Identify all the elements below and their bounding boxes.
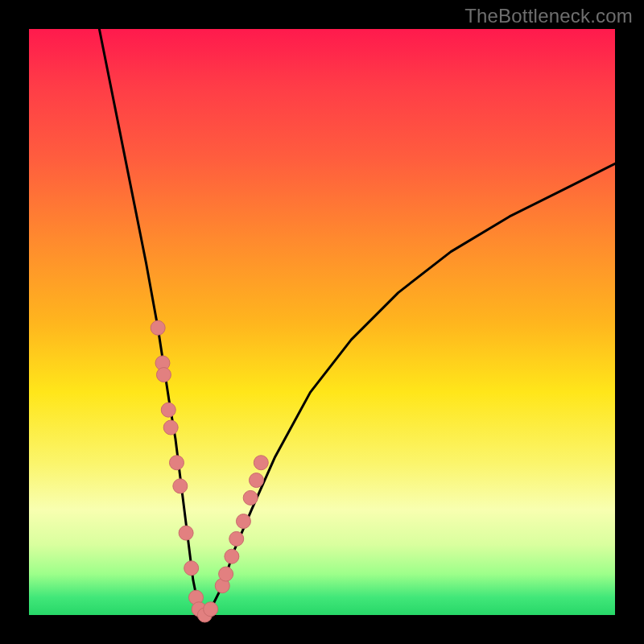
marker-point <box>169 456 184 470</box>
marker-point <box>161 402 175 417</box>
marker-point <box>151 320 165 335</box>
marker-point <box>184 561 199 576</box>
plot-area <box>29 29 615 615</box>
marker-point <box>236 514 250 529</box>
marker-point <box>173 479 188 493</box>
marker-point <box>254 456 268 470</box>
highlight-markers <box>151 320 268 622</box>
marker-point <box>249 473 263 488</box>
marker-point <box>163 420 178 435</box>
marker-point <box>179 526 193 540</box>
bottleneck-curve <box>99 29 615 615</box>
marker-point <box>204 602 218 617</box>
watermark-text: TheBottleneck.com <box>464 5 633 27</box>
marker-point <box>156 368 171 382</box>
marker-point <box>225 549 239 564</box>
chart-frame: TheBottleneck.com <box>0 0 644 644</box>
marker-point <box>219 567 233 581</box>
marker-point <box>229 531 244 546</box>
curve-svg <box>29 29 615 615</box>
marker-point <box>243 490 258 505</box>
